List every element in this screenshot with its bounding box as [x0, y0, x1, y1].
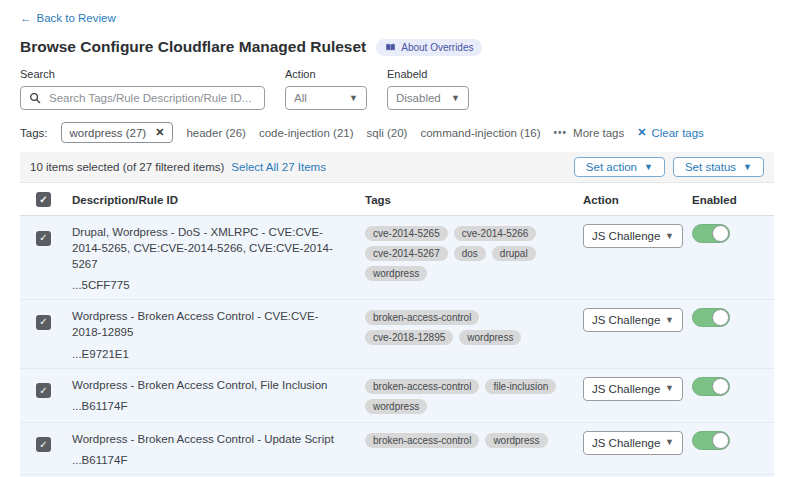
- tag-filter[interactable]: sqli (20): [367, 127, 408, 139]
- chevron-down-icon: ▼: [644, 163, 653, 172]
- tag-pill: broken-access-control: [365, 433, 479, 448]
- clear-tags-button[interactable]: ✕ Clear tags: [637, 126, 704, 139]
- back-arrow-icon: ←: [20, 12, 32, 24]
- enabled-toggle[interactable]: [692, 224, 730, 243]
- chevron-down-icon: ▼: [665, 316, 674, 325]
- toggle-knob: [712, 309, 729, 326]
- tag-pill: broken-access-control: [365, 379, 479, 394]
- row-checkbox[interactable]: ✓: [36, 315, 51, 330]
- clear-tags-label: Clear tags: [651, 127, 703, 139]
- more-tags-label: More tags: [573, 127, 624, 139]
- tag-pill: wordpress: [365, 266, 427, 281]
- tag-filter[interactable]: header (26): [186, 127, 245, 139]
- enabled-filter-label: Enabeld: [387, 68, 469, 80]
- select-all-checkbox[interactable]: ✓: [36, 192, 51, 207]
- about-overrides-label: About Overrides: [401, 42, 473, 53]
- row-checkbox[interactable]: ✓: [36, 437, 51, 452]
- action-filter-label: Action: [285, 68, 367, 80]
- rules-table-body: ✓ Drupal, Wordpress - DoS - XMLRPC - CVE…: [20, 216, 774, 477]
- filters-row: Search Action All ▼ Enabeld Disabled ▼: [20, 68, 774, 110]
- more-tags-button[interactable]: ••• More tags: [554, 127, 625, 139]
- row-tags: broken-access-controlcve-2018-12895wordp…: [365, 308, 583, 347]
- search-input-wrapper: [20, 86, 265, 110]
- check-icon: ✓: [39, 440, 47, 450]
- chevron-down-icon: ▼: [451, 94, 460, 103]
- tag-pill: cve-2014-5266: [454, 226, 537, 241]
- rules-table: 10 items selected (of 27 filtered items)…: [20, 152, 774, 477]
- search-filter: Search: [20, 68, 265, 110]
- table-row: ✓ Drupal, Wordpress - DoS - XMLRPC - CVE…: [20, 216, 774, 300]
- action-filter-value: All: [294, 92, 307, 104]
- tag-pill: cve-2014-5265: [365, 226, 448, 241]
- check-icon: ✓: [39, 233, 47, 243]
- search-input[interactable]: [47, 91, 256, 105]
- row-action-value: JS Challenge: [592, 437, 660, 449]
- selection-summary: 10 items selected (of 27 filtered items): [30, 161, 224, 173]
- tag-filter[interactable]: code-injection (21): [259, 127, 354, 139]
- row-description: Drupal, Wordpress - DoS - XMLRPC - CVE:C…: [72, 224, 347, 272]
- chevron-down-icon: ▼: [665, 232, 674, 241]
- selected-tag-label: wordpress (27): [70, 127, 147, 139]
- remove-tag-icon[interactable]: ✕: [155, 126, 164, 139]
- tag-pill: cve-2014-5267: [365, 246, 448, 261]
- chevron-down-icon: ▼: [665, 438, 674, 447]
- tag-filter[interactable]: command-injection (16): [420, 127, 540, 139]
- action-filter-select[interactable]: All ▼: [285, 86, 367, 110]
- enabled-filter-select[interactable]: Disabled ▼: [387, 86, 469, 110]
- selection-bar: 10 items selected (of 27 filtered items)…: [20, 152, 774, 183]
- tag-pill: wordpress: [365, 399, 427, 414]
- row-description: Wordpress - Broken Access Control - CVE:…: [72, 308, 347, 340]
- available-tags: header (26)code-injection (21)sqli (20)c…: [186, 127, 540, 139]
- enabled-toggle[interactable]: [692, 308, 730, 327]
- back-link-label: Back to Review: [37, 12, 116, 24]
- column-header-tags: Tags: [365, 194, 583, 206]
- row-action-select[interactable]: JS Challenge ▼: [583, 431, 683, 455]
- tags-label: Tags:: [20, 127, 48, 139]
- row-action-select[interactable]: JS Challenge ▼: [583, 377, 683, 401]
- tag-pill: dos: [454, 246, 486, 261]
- ellipsis-icon: •••: [554, 127, 568, 138]
- set-action-button[interactable]: Set action ▼: [574, 157, 665, 177]
- toggle-knob: [712, 432, 729, 449]
- row-rule-id: ...E9721E1: [72, 346, 347, 362]
- check-icon: ✓: [39, 317, 47, 327]
- select-all-link[interactable]: Select All 27 Items: [231, 161, 326, 173]
- table-row: ✓ Wordpress - Broken Access Control - Up…: [20, 423, 774, 475]
- toggle-knob: [712, 378, 729, 395]
- check-icon: ✓: [39, 386, 47, 396]
- page-title: Browse Configure Cloudflare Managed Rule…: [20, 38, 366, 56]
- back-to-review-link[interactable]: ← Back to Review: [20, 12, 116, 24]
- row-action-select[interactable]: JS Challenge ▼: [583, 224, 683, 248]
- about-overrides-badge[interactable]: About Overrides: [376, 39, 482, 56]
- row-checkbox[interactable]: ✓: [36, 231, 51, 246]
- page: ← Back to Review Browse Configure Cloudf…: [0, 0, 794, 477]
- enabled-toggle[interactable]: [692, 377, 730, 396]
- check-icon: ✓: [39, 195, 47, 205]
- row-rule-id: ...5CFF775: [72, 277, 347, 293]
- tag-pill: wordpress: [485, 433, 547, 448]
- row-rule-id: ...B61174F: [72, 398, 347, 414]
- set-status-label: Set status: [685, 161, 736, 173]
- title-row: Browse Configure Cloudflare Managed Rule…: [20, 38, 774, 56]
- row-description: Wordpress - Broken Access Control - Upda…: [72, 431, 347, 447]
- row-tags: cve-2014-5265cve-2014-5266cve-2014-5267d…: [365, 224, 583, 283]
- clear-tags-icon: ✕: [637, 126, 646, 139]
- table-row: ✓ Wordpress - Broken Access Control - CV…: [20, 300, 774, 368]
- column-header-description: Description/Rule ID: [72, 194, 365, 206]
- tags-bar: Tags: wordpress (27) ✕ header (26)code-i…: [20, 122, 774, 143]
- enabled-filter-value: Disabled: [396, 92, 441, 104]
- table-row: ✓ Wordpress - Broken Access Control, Fil…: [20, 369, 774, 423]
- chevron-down-icon: ▼: [349, 94, 358, 103]
- row-tags: broken-access-controlwordpress: [365, 431, 583, 450]
- set-status-button[interactable]: Set status ▼: [673, 157, 764, 177]
- row-checkbox[interactable]: ✓: [36, 383, 51, 398]
- selected-tag-chip[interactable]: wordpress (27) ✕: [61, 122, 174, 143]
- row-rule-id: ...B61174F: [72, 452, 347, 468]
- chevron-down-icon: ▼: [743, 163, 752, 172]
- toggle-knob: [712, 225, 729, 242]
- row-action-value: JS Challenge: [592, 383, 660, 395]
- row-description: Wordpress - Broken Access Control, File …: [72, 377, 347, 393]
- enabled-toggle[interactable]: [692, 431, 730, 450]
- tag-pill: cve-2018-12895: [365, 330, 453, 345]
- row-action-select[interactable]: JS Challenge ▼: [583, 308, 683, 332]
